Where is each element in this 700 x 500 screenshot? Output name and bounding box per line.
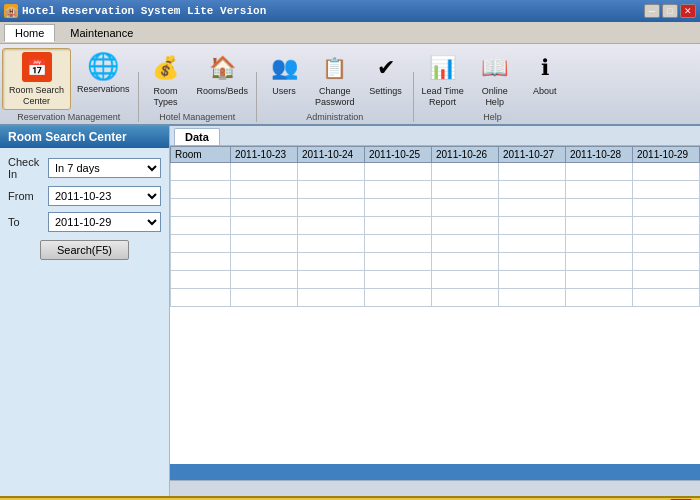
tool-change-password[interactable]: 📋 ChangePassword — [309, 50, 361, 110]
change-password-label: ChangePassword — [315, 86, 355, 108]
change-password-icon: 📋 — [319, 52, 351, 84]
title-text: Hotel Reservation System Lite Version — [22, 5, 266, 17]
table-row[interactable] — [171, 198, 700, 216]
lead-time-label: Lead TimeReport — [422, 86, 464, 108]
checkin-row: Check In In 7 days Today Tomorrow — [8, 156, 161, 180]
users-label: Users — [272, 86, 296, 97]
tool-users[interactable]: 👥 Users — [259, 50, 309, 110]
grid-table: Room2011-10-232011-10-242011-10-252011-1… — [170, 146, 700, 307]
toolbar: 📅 Room SearchCenter 🌐 Reservations Reser… — [0, 44, 700, 126]
title-buttons: ─ □ ✕ — [644, 4, 696, 18]
tool-rooms-beds[interactable]: 🏠 Rooms/Beds — [191, 50, 255, 110]
grid-col-date-3: 2011-10-25 — [365, 146, 432, 162]
room-search-icon: 📅 — [21, 51, 53, 83]
grid-col-date-2: 2011-10-24 — [298, 146, 365, 162]
table-row[interactable] — [171, 180, 700, 198]
grid-col-date-7: 2011-10-29 — [633, 146, 700, 162]
checkin-label: Check In — [8, 156, 44, 180]
grid-header-row: Room2011-10-232011-10-242011-10-252011-1… — [171, 146, 700, 162]
room-types-icon: 💰 — [150, 52, 182, 84]
table-row[interactable] — [171, 270, 700, 288]
settings-label: Settings — [369, 86, 402, 97]
online-help-icon: 📖 — [479, 52, 511, 84]
grid-col-date-6: 2011-10-28 — [566, 146, 633, 162]
toolbar-group-reservation: 📅 Room SearchCenter 🌐 Reservations Reser… — [2, 48, 136, 122]
tool-online-help[interactable]: 📖 OnlineHelp — [470, 50, 520, 110]
tool-room-search[interactable]: 📅 Room SearchCenter — [2, 48, 71, 110]
rooms-beds-icon: 🏠 — [206, 52, 238, 84]
minimize-button[interactable]: ─ — [644, 4, 660, 18]
table-row[interactable] — [171, 216, 700, 234]
data-grid[interactable]: Room2011-10-232011-10-242011-10-252011-1… — [170, 146, 700, 464]
users-icon: 👥 — [268, 52, 300, 84]
to-select[interactable]: 2011-10-29 — [48, 212, 161, 232]
admin-group-label: Administration — [306, 112, 363, 122]
tab-bar: Data — [170, 126, 700, 146]
table-row[interactable] — [171, 162, 700, 180]
from-select[interactable]: 2011-10-23 — [48, 186, 161, 206]
online-help-label: OnlineHelp — [482, 86, 508, 108]
hotel-group-label: Hotel Management — [159, 112, 235, 122]
right-content: Data Room2011-10-232011-10-242011-10-252… — [170, 126, 700, 496]
checkin-select[interactable]: In 7 days Today Tomorrow — [48, 158, 161, 178]
room-types-label: RoomTypes — [154, 86, 178, 108]
title-bar: 🏨 Hotel Reservation System Lite Version … — [0, 0, 700, 22]
table-row[interactable] — [171, 252, 700, 270]
about-label: About — [533, 86, 557, 97]
from-row: From 2011-10-23 — [8, 186, 161, 206]
horizontal-scrollbar[interactable] — [170, 480, 700, 496]
grid-col-room: Room — [171, 146, 231, 162]
reservation-group-label: Reservation Management — [17, 112, 120, 122]
tool-reservations[interactable]: 🌐 Reservations — [71, 48, 136, 110]
lead-time-icon: 📊 — [427, 52, 459, 84]
help-group-label: Help — [483, 112, 502, 122]
tool-lead-time[interactable]: 📊 Lead TimeReport — [416, 50, 470, 110]
toolbar-group-admin: 👥 Users 📋 ChangePassword ✔ Settings Admi… — [259, 50, 411, 122]
menu-tab-home[interactable]: Home — [4, 24, 55, 42]
table-row[interactable] — [171, 288, 700, 306]
tab-data[interactable]: Data — [174, 128, 220, 145]
grid-col-date-5: 2011-10-27 — [499, 146, 566, 162]
room-search-label: Room SearchCenter — [9, 85, 64, 107]
maximize-button[interactable]: □ — [662, 4, 678, 18]
toolbar-group-hotel: 💰 RoomTypes 🏠 Rooms/Beds Hotel Managemen… — [141, 50, 255, 122]
settings-icon: ✔ — [370, 52, 402, 84]
to-label: To — [8, 216, 44, 228]
app-icon: 🏨 — [4, 4, 18, 18]
search-button[interactable]: Search(F5) — [40, 240, 129, 260]
main-content: Room Search Center Check In In 7 days To… — [0, 126, 700, 496]
left-panel: Room Search Center Check In In 7 days To… — [0, 126, 170, 496]
rooms-beds-label: Rooms/Beds — [197, 86, 249, 97]
selected-row-indicator — [170, 464, 700, 480]
tool-settings[interactable]: ✔ Settings — [361, 50, 411, 110]
grid-col-date-1: 2011-10-23 — [231, 146, 298, 162]
tool-room-types[interactable]: 💰 RoomTypes — [141, 50, 191, 110]
menu-bar: Home Maintenance — [0, 22, 700, 44]
tool-about[interactable]: ℹ About — [520, 50, 570, 110]
panel-title: Room Search Center — [0, 126, 169, 148]
from-label: From — [8, 190, 44, 202]
about-icon: ℹ — [529, 52, 561, 84]
status-bar: Room Search Center New Reservation 💾 — [0, 496, 700, 500]
reservations-icon: 🌐 — [87, 50, 119, 82]
table-row[interactable] — [171, 234, 700, 252]
toolbar-group-help: 📊 Lead TimeReport 📖 OnlineHelp ℹ About H… — [416, 50, 570, 122]
menu-tab-maintenance[interactable]: Maintenance — [59, 24, 144, 42]
to-row: To 2011-10-29 — [8, 212, 161, 232]
grid-col-date-4: 2011-10-26 — [432, 146, 499, 162]
close-button[interactable]: ✕ — [680, 4, 696, 18]
reservations-label: Reservations — [77, 84, 130, 95]
